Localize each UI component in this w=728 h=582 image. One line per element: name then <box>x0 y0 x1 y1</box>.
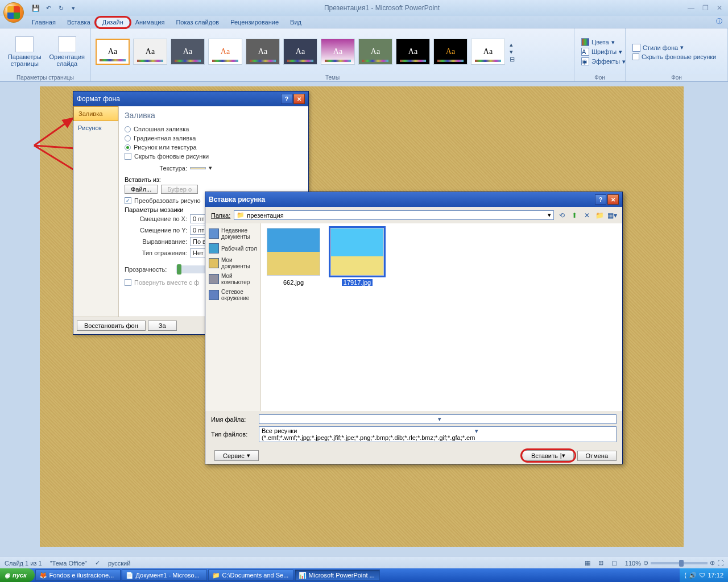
chk-tile[interactable]: ✓ <box>125 197 131 204</box>
taskbar-task[interactable]: 📁C:\Documents and Se... <box>208 569 293 581</box>
redo-icon[interactable]: ↻ <box>56 3 66 13</box>
start-button[interactable]: ◉ пуск <box>0 568 35 582</box>
place-mydocs[interactable]: Мои документы <box>205 255 260 271</box>
taskbar-task[interactable]: 📊Microsoft PowerPoint ... <box>295 569 380 581</box>
radio-gradient[interactable] <box>125 135 131 142</box>
file-item[interactable]: 662.jpg <box>266 228 321 286</box>
page-setup-button[interactable]: Параметры страницы <box>3 35 46 68</box>
clock[interactable]: 17:12 <box>708 572 723 579</box>
bg-styles-button[interactable]: Стили фона ▾ <box>632 43 716 52</box>
fonts-button[interactable]: AШрифты ▾ <box>581 47 626 56</box>
close-button[interactable]: За <box>148 321 177 331</box>
place-mycomputer[interactable]: Мой компьютер <box>205 271 260 287</box>
tab-design[interactable]: Дизайн <box>96 16 130 28</box>
texture-picker[interactable] <box>190 167 206 169</box>
themes-up-icon[interactable]: ▴ <box>510 41 515 48</box>
spellcheck-icon[interactable]: ✓ <box>95 559 100 567</box>
file-button[interactable]: Файл... <box>125 185 158 194</box>
effects-button[interactable]: ◉Эффекты ▾ <box>581 57 626 66</box>
slide-orientation-button[interactable]: Ориентация слайда <box>47 35 87 68</box>
themes-more-icon[interactable]: ⊟ <box>510 56 515 63</box>
theme-thumb[interactable]: Aa <box>433 39 468 65</box>
zoom-in-icon[interactable]: ⊕ <box>710 559 715 567</box>
clipboard-button[interactable]: Буфер о <box>161 185 198 194</box>
view-normal-icon[interactable]: ▦ <box>585 559 590 567</box>
tray-icon[interactable]: 🔊 <box>689 572 697 579</box>
radio-picture[interactable] <box>125 144 131 151</box>
filetype-select[interactable]: Все рисунки (*.emf;*.wmf;*.jpg;*.jpeg;*.… <box>259 426 617 442</box>
insert-from-label: Вставить из: <box>125 176 303 183</box>
back-icon[interactable]: ⟲ <box>557 211 566 220</box>
views-icon[interactable]: ▦▾ <box>607 211 617 220</box>
up-icon[interactable]: ⬆ <box>570 211 579 220</box>
file-item[interactable]: 17917.jpg <box>329 228 385 286</box>
tab-view[interactable]: Вид <box>284 17 307 28</box>
reset-bg-button[interactable]: Восстановить фон <box>77 321 146 331</box>
zoom-slider[interactable] <box>651 562 708 564</box>
theme-thumb[interactable]: Aa <box>283 39 317 65</box>
theme-thumb[interactable]: Aa <box>471 39 505 65</box>
dlg1-close-icon[interactable]: ✕ <box>293 94 305 104</box>
view-slideshow-icon[interactable]: ▢ <box>611 559 617 567</box>
theme-thumb[interactable]: Aa <box>396 39 430 65</box>
themes-down-icon[interactable]: ▾ <box>510 48 515 56</box>
chk-hide-bg[interactable] <box>125 153 131 160</box>
filename-input[interactable]: ▾ <box>259 414 617 424</box>
tab-home[interactable]: Главная <box>26 17 61 28</box>
delete-icon[interactable]: ✕ <box>582 211 592 220</box>
folder-combo[interactable]: 📁презентация▾ <box>234 210 554 220</box>
taskbar-task[interactable]: 📄Документ1 - Microso... <box>122 569 207 581</box>
group-page-setup-label: Параметры страницы <box>0 74 90 81</box>
place-recent[interactable]: Недавние документы <box>205 226 260 242</box>
radio-solid[interactable] <box>125 126 131 132</box>
dlg1-heading: Заливка <box>125 111 303 120</box>
tab-review[interactable]: Рецензирование <box>225 17 284 28</box>
quick-access-toolbar: 💾 ↶ ↻ ▾ <box>31 3 78 13</box>
nav-fill[interactable]: Заливка <box>73 106 118 121</box>
folder-label: Папка: <box>211 212 230 219</box>
nav-picture[interactable]: Рисунок <box>73 121 118 135</box>
theme-thumb[interactable]: Aa <box>133 39 167 65</box>
taskbar-task[interactable]: 🦊Fondos e ilustracione... <box>35 569 121 581</box>
mirror-select[interactable]: Нет <box>190 248 206 257</box>
theme-thumb[interactable]: Aa <box>321 39 355 65</box>
tab-insert[interactable]: Вставка <box>61 17 96 28</box>
tab-slideshow[interactable]: Показ слайдов <box>170 17 225 28</box>
help-icon[interactable]: ⓘ <box>710 15 728 28</box>
theme-thumb[interactable]: Aa <box>96 39 130 65</box>
dlg2-titlebar[interactable]: Вставка рисунка ? ✕ <box>205 192 622 207</box>
tab-animation[interactable]: Анимация <box>130 17 171 28</box>
qat-more-icon[interactable]: ▾ <box>68 3 78 13</box>
theme-thumb[interactable]: Aa <box>246 39 280 65</box>
fit-icon[interactable]: ⛶ <box>717 560 723 567</box>
system-tray[interactable]: ⟨ 🔊 🛡 17:12 <box>680 568 728 582</box>
tools-button[interactable]: Сервис ▾ <box>214 450 259 461</box>
office-button[interactable] <box>3 2 24 23</box>
place-network[interactable]: Сетевое окружение <box>205 287 260 303</box>
theme-thumb[interactable]: Aa <box>358 39 392 65</box>
cancel-button[interactable]: Отмена <box>577 451 617 461</box>
maximize-icon[interactable]: ❐ <box>700 4 711 12</box>
insert-button[interactable]: Вставить |▾ <box>523 450 574 461</box>
colors-button[interactable]: Цвета ▾ <box>581 38 626 47</box>
theme-thumb[interactable]: Aa <box>171 39 205 65</box>
close-icon[interactable]: ✕ <box>714 4 725 12</box>
file-list[interactable]: 662.jpg 17917.jpg <box>261 223 622 411</box>
place-desktop[interactable]: Рабочий стол <box>205 242 260 255</box>
dlg2-title-text: Вставка рисунка <box>209 196 265 203</box>
theme-thumb[interactable]: Aa <box>208 39 242 65</box>
minimize-icon[interactable]: — <box>685 4 697 12</box>
dlg1-titlebar[interactable]: Формат фона ? ✕ <box>73 92 308 106</box>
hide-bg-checkbox[interactable]: Скрыть фоновые рисунки <box>632 53 716 61</box>
dlg2-help-icon[interactable]: ? <box>595 194 606 205</box>
tray-icon[interactable]: 🛡 <box>699 572 705 579</box>
view-sorter-icon[interactable]: ⊞ <box>598 559 603 567</box>
save-icon[interactable]: 💾 <box>31 3 41 13</box>
undo-icon[interactable]: ↶ <box>43 3 53 13</box>
language[interactable]: русский <box>108 560 130 567</box>
tray-icon[interactable]: ⟨ <box>684 572 686 579</box>
dlg2-close-icon[interactable]: ✕ <box>607 194 619 205</box>
newfolder-icon[interactable]: 📁 <box>595 211 604 220</box>
zoom-out-icon[interactable]: ⊖ <box>643 559 648 567</box>
dlg1-help-icon[interactable]: ? <box>281 94 292 104</box>
